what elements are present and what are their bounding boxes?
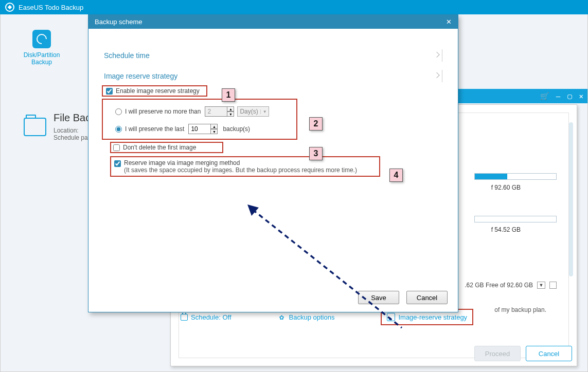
schedule-time-section[interactable]: Schedule time — [104, 49, 442, 62]
maximize-icon[interactable]: ▢ — [567, 92, 572, 100]
callout-3: 3 — [309, 147, 323, 160]
disk-partition-icon — [32, 30, 51, 48]
callout-2: 2 — [309, 117, 323, 131]
image-reserve-section[interactable]: Image reserve strategy — [104, 70, 442, 82]
schedule-link-label: Schedule: Off — [191, 313, 231, 321]
proceed-button[interactable]: Proceed — [474, 346, 521, 361]
merge-method-note: (It saves the space occupied by images. … — [124, 166, 357, 174]
file-backup-card: File Back Location: Schedule pa — [24, 112, 96, 141]
count-up[interactable]: ▲ — [210, 124, 218, 129]
enable-strategy-checkbox[interactable] — [106, 88, 113, 95]
count-down[interactable]: ▼ — [210, 129, 218, 134]
app-title: EaseUS Todo Backup — [19, 4, 83, 11]
unit-select[interactable]: Day(s) — [237, 106, 269, 117]
calendar-icon — [181, 314, 188, 321]
capacity-bar-1 — [474, 173, 557, 180]
preserve-last-radio[interactable] — [115, 126, 122, 133]
preserve-count-input[interactable] — [188, 124, 211, 134]
save-button[interactable]: Save — [358, 291, 399, 304]
enable-strategy-label: Enable image reserve strategy — [116, 87, 200, 95]
inner-window-controls: 🛒 — ▢ ✕ — [443, 89, 587, 103]
description-fragment: of my backup plan. — [494, 306, 546, 313]
gear-icon: ✿ — [278, 313, 286, 321]
modal-close-icon[interactable]: ✕ — [446, 18, 452, 26]
merge-method-label: Reserve image via image merging method — [124, 159, 357, 166]
close-icon[interactable]: ✕ — [579, 92, 583, 100]
backup-options-link[interactable]: ✿ Backup options — [278, 313, 335, 321]
minimize-icon[interactable]: — — [556, 92, 560, 100]
sidebar-label: Disk/Partition Backup — [16, 51, 67, 66]
backup-scheme-modal: Backup scheme ✕ Schedule time Image rese… — [88, 14, 458, 312]
capacity-text-2: f 54.52 GB — [491, 226, 521, 233]
schedule-link[interactable]: Schedule: Off — [181, 313, 231, 321]
capacity-bar-2 — [474, 216, 557, 222]
dont-delete-first-row: Don't delete the first image — [110, 142, 223, 153]
dont-delete-first-label: Don't delete the first image — [123, 144, 196, 151]
free-space-text: .62 GB Free of 92.60 GB — [465, 282, 533, 289]
image-reserve-section-label: Image reserve strategy — [104, 72, 177, 80]
days-down[interactable]: ▼ — [227, 111, 234, 117]
cancel-button[interactable]: Cancel — [406, 291, 448, 304]
callout-4: 4 — [389, 169, 403, 182]
image-reserve-label: Image-reserve strategy — [398, 313, 467, 321]
cart-icon[interactable]: 🛒 — [540, 92, 549, 100]
preserve-options-group: I will preserve no more than ▲▼ Day(s) I… — [102, 99, 297, 140]
schedule-time-label: Schedule time — [104, 51, 150, 60]
dropdown-icon[interactable]: ▼ — [537, 282, 545, 289]
main-area: Disk/Partition Backup File Back Location… — [0, 14, 588, 372]
modal-title-text: Backup scheme — [95, 18, 142, 26]
sidebar-disk-partition[interactable]: Disk/Partition Backup — [16, 30, 67, 66]
cancel-button-main[interactable]: Cancel — [526, 346, 572, 361]
bottom-buttons: Proceed Cancel — [474, 346, 572, 361]
modal-footer: Save Cancel — [358, 291, 448, 304]
preserve-no-more-radio[interactable] — [115, 108, 122, 115]
merge-method-checkbox[interactable] — [114, 160, 121, 167]
capacity-text-1: f 92.60 GB — [491, 184, 521, 191]
browse-icon[interactable] — [549, 282, 557, 289]
app-titlebar: EaseUS Todo Backup — [0, 0, 588, 14]
days-up[interactable]: ▲ — [227, 106, 234, 111]
app-logo-icon — [5, 3, 14, 12]
free-space-line: .62 GB Free of 92.60 GB ▼ — [465, 282, 557, 289]
callout-1: 1 — [222, 88, 235, 102]
modal-titlebar: Backup scheme ✕ — [88, 15, 458, 29]
scroll-track[interactable] — [569, 122, 573, 276]
backup-options-label: Backup options — [289, 313, 335, 321]
image-icon — [387, 313, 395, 321]
preserve-no-more-label: I will preserve no more than — [125, 108, 201, 115]
folder-icon — [24, 118, 46, 136]
backups-suffix: backup(s) — [223, 125, 250, 133]
dont-delete-first-checkbox[interactable] — [113, 144, 120, 151]
preserve-last-label: I will preserve the last — [125, 125, 184, 133]
merge-method-row: Reserve image via image merging method (… — [110, 156, 380, 177]
enable-strategy-row: Enable image reserve strategy — [102, 85, 207, 97]
preserve-days-input[interactable] — [205, 106, 227, 117]
